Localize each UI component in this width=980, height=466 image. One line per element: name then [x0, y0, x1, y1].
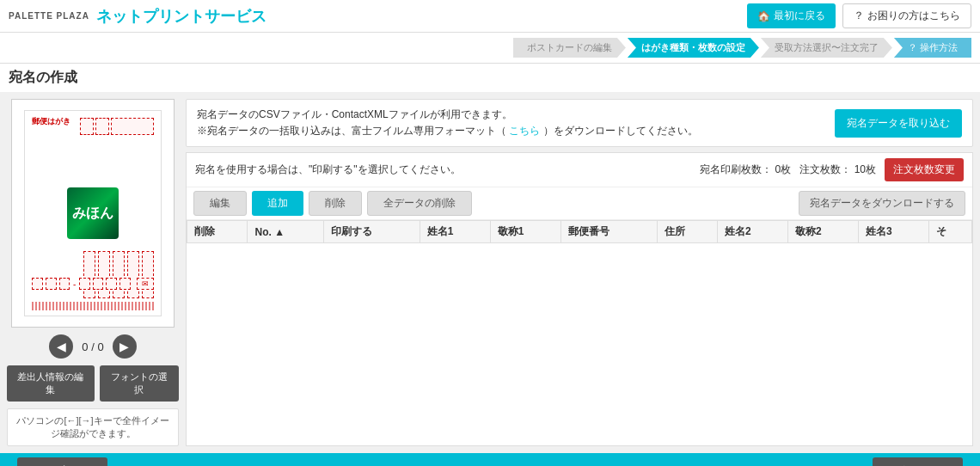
page-counter: 0 / 0: [82, 340, 103, 353]
col-postal: 郵便番号: [560, 221, 657, 243]
info-text: 宛名データのCSVファイル・ContactXMLファイルが利用できます。 ※宛名…: [197, 107, 698, 139]
step-1[interactable]: ポストカードの編集: [513, 38, 626, 58]
import-button[interactable]: 宛名データを取り込む: [835, 109, 962, 138]
home-button[interactable]: 🏠 最初に戻る: [747, 3, 836, 28]
col-print: 印刷する: [324, 221, 420, 243]
address-table: 削除 No. ▲ 印刷する 姓名1 敬称1 郵便番号 住所 姓名2 敬称2 姓名…: [187, 220, 972, 243]
instruction-text: 宛名を使用する場合は、"印刷する"を選択してください。: [195, 162, 461, 177]
nav-controls: ◀ 0 / 0 ▶: [49, 334, 136, 359]
help-button[interactable]: ？ お困りの方はこちら: [842, 3, 971, 28]
address-code-boxes: - ✉: [32, 278, 154, 290]
print-count-label: 宛名印刷枚数： 0枚: [700, 162, 791, 177]
address-line-2: [98, 251, 110, 298]
footer-nav: ◀ 戻る 次へ ▶: [0, 453, 980, 466]
special-box: ✉: [137, 278, 154, 290]
postcard-inner: 郵便はがき みほん: [24, 110, 162, 316]
page-title: 宛名の作成: [9, 70, 77, 84]
address-line-1: [83, 251, 95, 298]
postcard-preview: 郵便はがき みほん: [11, 99, 175, 328]
question-icon: ？: [854, 9, 864, 23]
download-link[interactable]: こちら: [509, 125, 540, 137]
address-controls-top: 宛名を使用する場合は、"印刷する"を選択してください。 宛名印刷枚数： 0枚 注…: [187, 153, 972, 187]
hint-text: パソコンの[←][→]キーで全件イメージ確認ができます。: [7, 408, 179, 446]
home-icon: 🏠: [757, 10, 770, 22]
header-logo: PALETTE PLAZA ネットプリントサービス: [9, 6, 266, 27]
stamp-box-2: [95, 118, 109, 135]
code-box-5: [93, 278, 104, 290]
code-box-4: [79, 278, 90, 290]
delete-button[interactable]: 削除: [309, 191, 362, 216]
order-count-label: 注文枚数： 10枚: [799, 162, 876, 177]
step-3[interactable]: 受取方法選択〜注文完了: [761, 38, 892, 58]
col-no: No. ▲: [248, 221, 324, 243]
prev-button[interactable]: ◀: [49, 334, 73, 359]
font-select-button[interactable]: フォントの選択: [100, 365, 179, 402]
col-delete: 削除: [187, 221, 248, 243]
address-area: 宛名を使用する場合は、"印刷する"を選択してください。 宛名印刷枚数： 0枚 注…: [186, 152, 973, 446]
code-separator: -: [72, 278, 77, 290]
col-title2: 敬称2: [788, 221, 859, 243]
download-button[interactable]: 宛名データをダウンロードする: [799, 191, 965, 216]
address-line-4: [127, 251, 139, 298]
right-panel: 宛名データのCSVファイル・ContactXMLファイルが利用できます。 ※宛名…: [186, 99, 973, 446]
sender-edit-button[interactable]: 差出人情報の編集: [7, 365, 95, 402]
code-box-7: [119, 278, 131, 290]
stamp-area: [80, 118, 154, 135]
code-box-3: [59, 278, 70, 290]
step-help[interactable]: ？ 操作方法: [894, 38, 971, 58]
action-buttons: 差出人情報の編集 フォントの選択: [7, 365, 179, 402]
code-box-2: [46, 278, 57, 290]
stamp-box-wide: [111, 118, 154, 135]
next-button[interactable]: 次へ ▶: [873, 457, 963, 466]
palette-logo: PALETTE PLAZA: [9, 11, 89, 21]
step-navigation: ポストカードの編集 はがき種類・枚数の設定 受取方法選択〜注文完了 ？ 操作方法: [0, 33, 980, 64]
back-button[interactable]: ◀ 戻る: [17, 457, 107, 466]
col-name2: 姓名2: [718, 221, 788, 243]
postcard-barcode: [32, 302, 154, 310]
stamp-box-1: [80, 118, 94, 135]
edit-button[interactable]: 編集: [193, 191, 247, 216]
controls-right: 宛名印刷枚数： 0枚 注文枚数： 10枚 注文枚数変更: [700, 158, 964, 181]
table-container: 削除 No. ▲ 印刷する 姓名1 敬称1 郵便番号 住所 姓名2 敬称2 姓名…: [187, 220, 972, 445]
col-name1: 姓名1: [420, 221, 490, 243]
step-2[interactable]: はがき種類・枚数の設定: [628, 38, 759, 58]
code-box-6: [106, 278, 117, 290]
table-header-row: 削除 No. ▲ 印刷する 姓名1 敬称1 郵便番号 住所 姓名2 敬称2 姓名…: [187, 221, 972, 243]
add-button[interactable]: 追加: [252, 191, 303, 216]
col-other: そ: [929, 221, 972, 243]
col-address: 住所: [657, 221, 717, 243]
code-box-1: [32, 278, 43, 290]
address-toolbar: 編集 追加 削除 全データの削除 宛名データをダウンロードする: [187, 187, 972, 220]
address-lines: [32, 251, 154, 298]
page-title-bar: 宛名の作成: [0, 64, 980, 92]
main-content: 郵便はがき みほん: [0, 92, 980, 453]
delete-all-button[interactable]: 全データの削除: [367, 191, 472, 216]
header: PALETTE PLAZA ネットプリントサービス 🏠 最初に戻る ？ お困りの…: [0, 0, 980, 33]
left-panel: 郵便はがき みほん: [7, 99, 179, 446]
toolbar-left: 編集 追加 削除 全データの削除: [193, 191, 472, 216]
col-title1: 敬称1: [490, 221, 560, 243]
postcard-logo: みほん: [67, 187, 119, 239]
col-name3: 姓名3: [859, 221, 929, 243]
change-count-button[interactable]: 注文枚数変更: [885, 158, 964, 181]
postcard-label: 郵便はがき: [32, 116, 70, 127]
address-line-5: [142, 251, 154, 298]
service-logo: ネットプリントサービス: [96, 6, 266, 27]
next-button[interactable]: ▶: [113, 334, 137, 359]
address-line-3: [113, 251, 125, 298]
header-buttons: 🏠 最初に戻る ？ お困りの方はこちら: [747, 3, 971, 28]
info-box: 宛名データのCSVファイル・ContactXMLファイルが利用できます。 ※宛名…: [186, 99, 973, 147]
